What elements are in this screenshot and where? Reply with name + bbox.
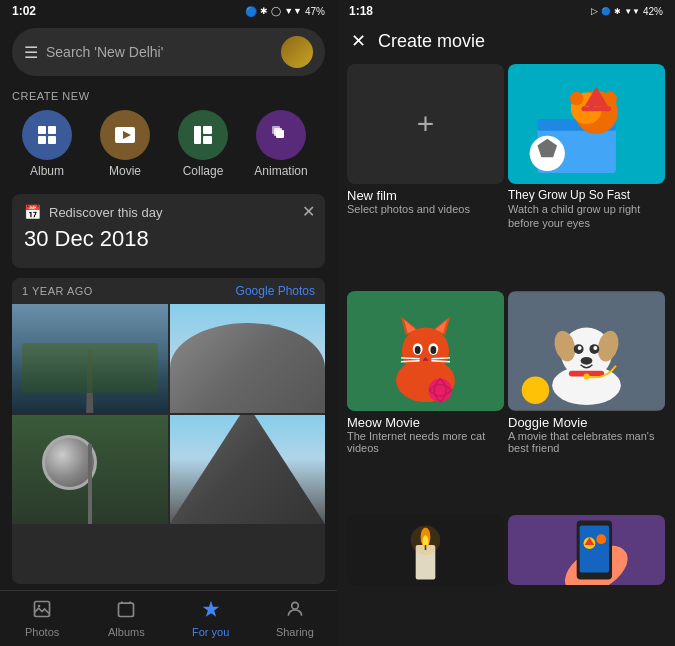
nav-photos[interactable]: Photos [0,591,84,646]
doggie-option[interactable]: Doggie Movie A movie that celebrates man… [508,291,665,511]
new-film-info: New film Select photos and videos [347,188,504,215]
svg-rect-6 [194,126,201,144]
svg-rect-8 [203,136,212,144]
photos-nav-label: Photos [25,626,59,638]
battery-right: 42% [643,6,663,17]
svg-point-39 [430,346,436,354]
plus-icon: + [417,107,435,141]
phone-option[interactable] [508,515,665,642]
meow-thumb [347,291,504,411]
svg-rect-1 [48,126,56,134]
photo-3[interactable] [12,415,168,524]
bt-icon: ✱ [260,6,268,16]
photos-nav-icon [32,599,52,624]
create-icons-row: Album Movie Collage Animation [0,106,337,190]
create-new-label: CREATE NEW [0,82,337,106]
foryou-nav-label: For you [192,626,229,638]
svg-point-15 [292,602,299,609]
rediscover-close-button[interactable]: ✕ [302,202,315,221]
new-film-desc: Select photos and videos [347,203,504,215]
create-movie-button[interactable]: Movie [90,110,160,178]
dome-decoration [170,323,326,413]
svg-point-55 [581,357,593,365]
photo-card: 1 YEAR AGO Google Photos [12,278,325,584]
photo-1[interactable] [12,304,168,413]
phone-thumb [508,515,665,585]
photo-2[interactable] [170,304,326,413]
time-right: 1:18 [349,4,373,18]
close-button[interactable]: ✕ [351,30,366,52]
svg-point-38 [415,346,421,354]
animation-icon [256,110,306,160]
create-movie-title: Create movie [378,31,485,52]
svg-point-70 [596,534,606,544]
collage-icon [178,110,228,160]
svg-line-42 [401,361,420,362]
movie-options-grid: + New film Select photos and videos [337,60,675,646]
movie-label: Movie [109,164,141,178]
collage-label: Collage [183,164,224,178]
svg-point-63 [411,526,440,555]
rediscover-title: Rediscover this day [49,205,162,220]
play-icon: ▷ [591,6,598,16]
create-animation-button[interactable]: Animation [246,110,316,178]
photo-card-header: 1 YEAR AGO Google Photos [12,278,325,304]
grow-info: They Grow Up So Fast Watch a child grow … [508,188,665,231]
search-bar[interactable]: ☰ Search 'New Delhi' [12,28,325,76]
grow-option[interactable]: They Grow Up So Fast Watch a child grow … [508,64,665,287]
svg-rect-11 [276,130,284,138]
svg-point-53 [578,346,582,350]
svg-rect-14 [119,603,134,616]
avatar[interactable] [281,36,313,68]
rediscover-header: 📅 Rediscover this day [24,204,313,220]
svg-point-54 [593,346,597,350]
rediscover-card: 📅 Rediscover this day ✕ 30 Dec 2018 [12,194,325,268]
time-left: 1:02 [12,4,36,18]
new-film-title: New film [347,188,504,203]
candle-option[interactable] [347,515,504,642]
calendar-icon: 📅 [24,204,41,220]
wifi-icon: ▼▼ [284,6,302,16]
rediscover-date: 30 Dec 2018 [24,226,313,252]
signal-icon: ◯ [271,6,281,16]
doggie-title: Doggie Movie [508,415,665,430]
candle-thumb [347,515,504,585]
dome2-decoration [170,415,326,524]
grow-thumb [508,64,665,184]
svg-rect-68 [580,526,609,573]
svg-rect-28 [582,106,611,111]
nav-foryou[interactable]: For you [169,591,253,646]
album-icon [22,110,72,160]
movie-icon [100,110,150,160]
bt2-icon: 🔵 [601,7,611,16]
bluetooth-icon: 🔵 [245,6,257,17]
nav-sharing[interactable]: Sharing [253,591,337,646]
sharing-nav-icon [285,599,305,624]
meow-info: Meow Movie The Internet needs more cat v… [347,415,504,454]
meow-option[interactable]: Meow Movie The Internet needs more cat v… [347,291,504,511]
svg-rect-0 [38,126,46,134]
svg-line-43 [431,358,450,359]
photo-4[interactable] [170,415,326,524]
create-album-button[interactable]: Album [12,110,82,178]
sharing-nav-label: Sharing [276,626,314,638]
albums-nav-label: Albums [108,626,145,638]
album-label: Album [30,164,64,178]
year-ago-label: 1 YEAR AGO [22,285,93,297]
new-film-option[interactable]: + New film Select photos and videos [347,64,504,287]
google-photos-label: Google Photos [236,284,315,298]
status-bar-right: 1:18 ▷ 🔵 ✱ ▼▼ 42% [337,0,675,22]
status-bar-left: 1:02 🔵 ✱ ◯ ▼▼ 47% [0,0,337,22]
svg-rect-2 [38,136,46,144]
create-collage-button[interactable]: Collage [168,110,238,178]
svg-point-58 [522,377,549,404]
svg-point-23 [570,92,584,106]
svg-point-31 [402,328,449,375]
doggie-thumb [508,291,665,411]
bt3-icon: ✱ [614,7,621,16]
nav-albums[interactable]: Albums [84,591,168,646]
doggie-desc: A movie that celebrates man's best frien… [508,430,665,454]
grow-desc: Watch a child grow up right before your … [508,202,665,231]
albums-nav-icon [116,599,136,624]
grow-title: They Grow Up So Fast [508,188,665,202]
